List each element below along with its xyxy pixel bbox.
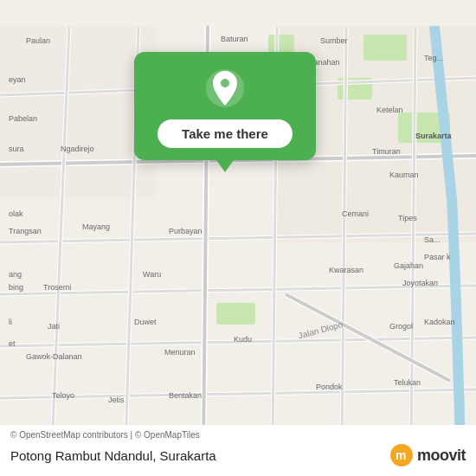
- svg-text:et: et: [9, 339, 16, 348]
- svg-text:Paulan: Paulan: [26, 36, 50, 45]
- svg-text:Kwarasan: Kwarasan: [329, 266, 363, 274]
- svg-text:Pasar k: Pasar k: [424, 253, 451, 261]
- place-name: Potong Rambut Ndandul, Surakarta: [10, 448, 216, 463]
- svg-text:Ngadirejo: Ngadirejo: [61, 145, 94, 153]
- svg-text:Teg...: Teg...: [424, 54, 443, 62]
- svg-text:Tipes: Tipes: [398, 214, 417, 222]
- svg-text:Joyotakan: Joyotakan: [402, 279, 438, 287]
- svg-text:Kudu: Kudu: [234, 335, 252, 344]
- svg-text:Jati: Jati: [48, 322, 60, 331]
- svg-text:Purbayan: Purbayan: [169, 227, 203, 235]
- svg-text:Sumber: Sumber: [320, 36, 348, 45]
- svg-rect-7: [216, 303, 255, 325]
- svg-text:Duwet: Duwet: [134, 318, 157, 326]
- location-pin-icon: [204, 68, 246, 109]
- svg-text:Teloyo: Teloyo: [52, 391, 74, 400]
- moovit-wordmark: moovit: [417, 447, 466, 465]
- svg-text:Pondok: Pondok: [316, 383, 343, 391]
- svg-text:Telukan: Telukan: [394, 378, 421, 387]
- svg-text:Ketelan: Ketelan: [376, 106, 403, 114]
- map-container: Paulan Baturan Sumber eyan Karangasem Ke…: [0, 0, 476, 476]
- svg-text:Mayang: Mayang: [82, 222, 110, 231]
- svg-text:Pabelan: Pabelan: [9, 114, 37, 123]
- svg-text:li: li: [9, 318, 12, 326]
- svg-text:Kadokan: Kadokan: [424, 318, 455, 326]
- svg-rect-5: [363, 35, 407, 61]
- moovit-logo: m moovit: [389, 443, 466, 467]
- marker-card: Take me there: [134, 52, 316, 160]
- svg-text:eyan: eyan: [9, 75, 26, 84]
- svg-text:Baturan: Baturan: [221, 35, 248, 43]
- svg-text:m: m: [396, 448, 406, 462]
- svg-text:olak: olak: [9, 209, 23, 218]
- svg-text:Timuran: Timuran: [372, 147, 401, 156]
- svg-text:Gawok-Dalanan: Gawok-Dalanan: [26, 352, 82, 361]
- svg-text:Surakarta: Surakarta: [415, 132, 453, 140]
- svg-text:Cemani: Cemani: [342, 209, 369, 218]
- svg-text:sura: sura: [9, 145, 24, 153]
- svg-text:Sa...: Sa...: [424, 235, 441, 244]
- bottom-bar: © OpenStreetMap contributors | © OpenMap…: [0, 425, 476, 476]
- map-attribution: © OpenStreetMap contributors | © OpenMap…: [10, 430, 466, 440]
- svg-text:Bentakan: Bentakan: [169, 391, 202, 400]
- svg-text:Waru: Waru: [143, 270, 161, 279]
- svg-text:bing: bing: [9, 283, 23, 292]
- svg-text:ang: ang: [9, 270, 22, 279]
- svg-text:Trosemi: Trosemi: [43, 283, 71, 292]
- svg-text:Jetis: Jetis: [108, 396, 125, 404]
- svg-text:Kauman: Kauman: [389, 170, 419, 179]
- moovit-icon: m: [389, 443, 414, 467]
- svg-text:Menuran: Menuran: [164, 348, 196, 357]
- svg-text:Gajahan: Gajahan: [394, 261, 423, 270]
- svg-text:Trangsan: Trangsan: [9, 227, 42, 235]
- take-me-there-button[interactable]: Take me there: [158, 119, 293, 148]
- svg-rect-3: [268, 35, 294, 52]
- svg-text:Grogol: Grogol: [389, 322, 413, 331]
